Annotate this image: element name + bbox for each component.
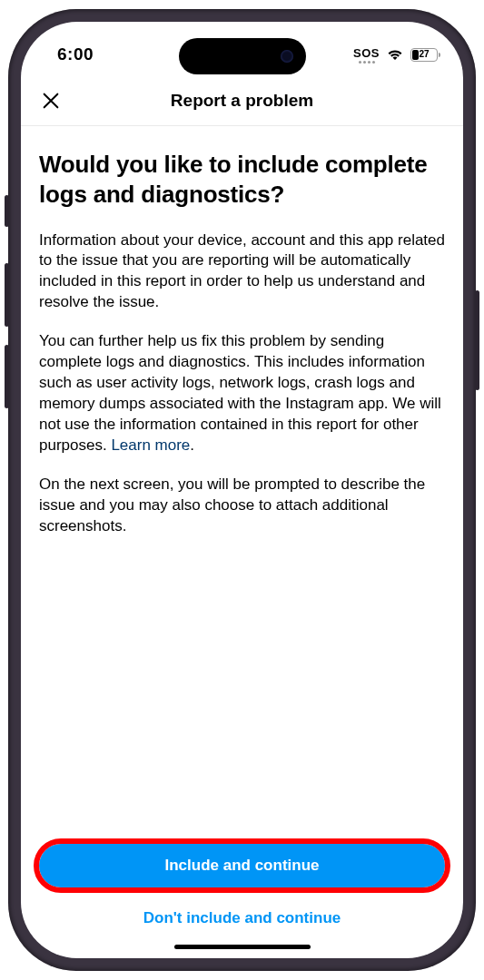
battery-percentage: 27	[419, 49, 429, 59]
footer: Include and continue Don't include and c…	[21, 844, 463, 958]
side-button-vol-up	[5, 263, 9, 327]
battery-fill	[412, 50, 419, 60]
status-indicators: SOS 27	[353, 46, 438, 64]
content-paragraph-2: You can further help us fix this problem…	[39, 331, 445, 456]
home-indicator[interactable]	[174, 945, 311, 949]
close-icon	[41, 91, 61, 111]
status-time: 6:00	[57, 44, 94, 64]
side-button-vol-down	[5, 345, 9, 408]
primary-button-highlight-wrap: Include and continue	[39, 844, 445, 887]
phone-frame: 6:00 SOS 27 Report a problem	[8, 9, 476, 971]
battery-icon: 27	[410, 48, 438, 62]
content-paragraph-1: Information about your device, account a…	[39, 230, 445, 314]
dont-include-and-continue-button[interactable]: Don't include and continue	[39, 900, 445, 936]
sos-label: SOS	[353, 46, 380, 60]
close-button[interactable]	[37, 87, 64, 114]
learn-more-link[interactable]: Learn more	[111, 436, 190, 454]
page-title: Report a problem	[171, 91, 313, 111]
content-heading: Would you like to include complete logs …	[39, 150, 445, 211]
wifi-icon	[386, 48, 404, 62]
content-paragraph-3: On the next screen, you will be prompted…	[39, 475, 445, 537]
content-paragraph-2-period: .	[190, 436, 194, 454]
sos-dots-icon	[359, 61, 375, 64]
screen: 6:00 SOS 27 Report a problem	[21, 22, 463, 958]
include-and-continue-button[interactable]: Include and continue	[39, 844, 445, 887]
front-camera-icon	[281, 50, 293, 63]
dynamic-island	[179, 38, 306, 74]
content-paragraph-2-text: You can further help us fix this problem…	[39, 332, 441, 454]
side-button-mute	[5, 195, 9, 227]
side-button-power	[475, 290, 479, 390]
main-content: Would you like to include complete logs …	[21, 126, 463, 844]
cellular-sos-indicator: SOS	[353, 46, 380, 64]
nav-bar: Report a problem	[21, 76, 463, 126]
